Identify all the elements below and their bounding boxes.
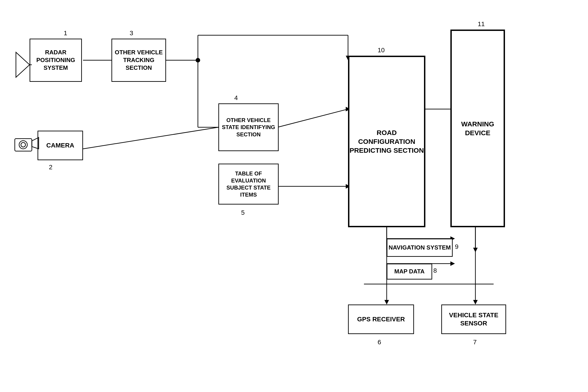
radar-icon — [14, 50, 32, 80]
road-config-label: ROAD CONFIGURATION PREDICTING SECTION — [349, 128, 424, 155]
nav-system-num: 9 — [455, 243, 459, 250]
svg-point-36 — [21, 142, 26, 147]
svg-point-35 — [19, 141, 27, 149]
nav-system-label: NAVIGATION SYSTEM — [389, 244, 451, 252]
svg-marker-37 — [32, 138, 39, 149]
svg-marker-31 — [473, 300, 478, 304]
other-vehicle-state-block: OTHER VEHICLE STATE IDENTIFYING SECTION — [218, 104, 279, 151]
gps-label: GPS RECEIVER — [357, 315, 405, 323]
camera-block: CAMERA — [38, 131, 83, 160]
gps-num: 6 — [378, 338, 381, 346]
svg-marker-32 — [16, 52, 30, 77]
vehicle-sensor-block: VEHICLE STATE SENSOR — [441, 304, 506, 334]
vehicle-sensor-num: 7 — [473, 338, 477, 346]
svg-line-12 — [277, 109, 348, 127]
svg-point-3 — [196, 58, 200, 62]
other-vehicle-tracking-label: OTHER VEHICLE TRACKING SECTION — [112, 49, 165, 72]
svg-marker-24 — [450, 261, 455, 266]
map-data-num: 8 — [433, 267, 437, 274]
table-eval-block: TABLE OF EVALUATION SUBJECT STATE ITEMS — [218, 164, 279, 204]
road-config-block: ROAD CONFIGURATION PREDICTING SECTION — [348, 56, 425, 227]
other-vehicle-tracking-block: OTHER VEHICLE TRACKING SECTION — [111, 39, 166, 82]
gps-block: GPS RECEIVER — [348, 304, 414, 334]
other-vehicle-state-num: 4 — [234, 94, 238, 102]
radar-block: RADAR POSITIONING SYSTEM — [30, 39, 82, 82]
vehicle-sensor-label: VEHICLE STATE SENSOR — [442, 311, 505, 328]
radar-num: 1 — [64, 30, 67, 37]
camera-icon — [14, 134, 40, 157]
map-data-label: MAP DATA — [394, 268, 425, 276]
nav-system-block: NAVIGATION SYSTEM — [387, 238, 453, 257]
road-config-num: 10 — [378, 46, 385, 54]
diagram: RADAR POSITIONING SYSTEM 1 CAMERA 2 OTHE… — [0, 0, 588, 392]
svg-marker-22 — [473, 248, 478, 252]
camera-num: 2 — [49, 164, 53, 171]
warning-num: 11 — [478, 20, 485, 28]
svg-line-11 — [83, 127, 218, 149]
radar-label: RADAR POSITIONING SYSTEM — [30, 49, 81, 72]
camera-label: CAMERA — [46, 141, 74, 150]
map-data-block: MAP DATA — [387, 264, 432, 280]
warning-block: WARNING DEVICE — [450, 30, 505, 227]
table-eval-num: 5 — [241, 209, 245, 216]
svg-marker-28 — [384, 300, 389, 304]
table-eval-label: TABLE OF EVALUATION SUBJECT STATE ITEMS — [219, 170, 278, 198]
other-vehicle-tracking-num: 3 — [130, 30, 133, 37]
warning-label: WARNING DEVICE — [452, 120, 504, 137]
other-vehicle-state-label: OTHER VEHICLE STATE IDENTIFYING SECTION — [219, 116, 278, 138]
